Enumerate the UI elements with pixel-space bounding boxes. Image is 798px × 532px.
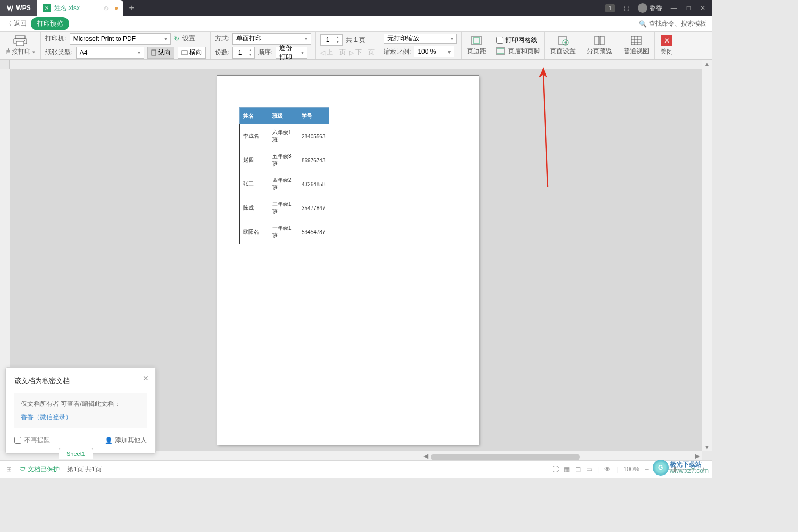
zoom-out-button[interactable]: − [645, 466, 649, 473]
margins-icon [471, 35, 483, 46]
popup-body-text: 仅文档所有者 可查看/编辑此文档： [21, 400, 140, 409]
header-footer-button[interactable]: 页眉和页脚 [496, 47, 540, 56]
next-page-button[interactable]: ▷下一页 [349, 48, 375, 57]
user-profile[interactable]: 香香 [638, 3, 662, 13]
layout-view-icon[interactable]: ◫ [575, 466, 581, 473]
close-preview-icon[interactable]: ✕ [661, 35, 672, 46]
svg-rect-11 [559, 36, 566, 45]
portrait-button[interactable]: 纵向 [147, 47, 174, 59]
ruler-corner [0, 60, 10, 69]
nav-bar: 〈 返回 打印预览 🔍 查找命令、搜索模板 [0, 16, 712, 32]
paper-select[interactable]: A4▾ [76, 47, 144, 59]
scale-select[interactable]: 无打印缩放▾ [384, 34, 457, 44]
svg-rect-15 [631, 36, 641, 45]
mode-select[interactable]: 单面打印▾ [232, 33, 311, 45]
eye-icon[interactable]: 👁 [604, 466, 611, 473]
page-preview: 姓名班级学号 李成名六年级1班28405563赵四五年级3班86976743张三… [217, 76, 479, 445]
page-input[interactable] [321, 36, 335, 44]
table-row: 赵四五年级3班86976743 [240, 148, 329, 172]
add-others-button[interactable]: 👤添加其他人 [105, 436, 147, 445]
printer-select[interactable]: Microsoft Print to PDF▾ [70, 33, 171, 45]
table-cell: 六年级1班 [269, 124, 298, 148]
status-app-icon[interactable]: ⊞ [6, 466, 12, 473]
table-cell: 三年级1班 [269, 196, 298, 220]
zoom-label[interactable]: 100% [623, 466, 639, 473]
spreadsheet-icon: S [43, 4, 51, 12]
copies-input[interactable] [233, 49, 247, 56]
tab-actions: ⎋ ● [104, 4, 118, 12]
title-bar: WPS S 姓名.xlsx ⎋ ● + 1 ⬚ 香香 — □ ✕ [0, 0, 712, 16]
print-preview-pill[interactable]: 打印预览 [31, 17, 69, 30]
table-cell: 35477847 [298, 196, 329, 220]
spin-up-icon[interactable]: ▲ [335, 35, 340, 40]
minimize-button[interactable]: — [671, 4, 677, 12]
page-break-icon [594, 35, 605, 46]
search-commands[interactable]: 🔍 查找命令、搜索模板 [639, 19, 706, 28]
horizontal-ruler [10, 60, 702, 69]
popup-owner-link[interactable]: 香香（微信登录） [21, 413, 140, 422]
table-cell: 欧阳名 [240, 220, 269, 244]
notification-badge[interactable]: 1 [605, 4, 615, 12]
vertical-scrollbar[interactable]: ▲ ▼ [702, 60, 712, 451]
settings-label[interactable]: 设置 [182, 34, 195, 43]
spin-down-icon[interactable]: ▼ [247, 53, 253, 57]
new-tab-button[interactable]: + [123, 0, 139, 16]
spin-up-icon[interactable]: ▲ [247, 48, 253, 53]
spin-down-icon[interactable]: ▼ [335, 40, 340, 45]
scroll-up-icon[interactable]: ▲ [702, 60, 712, 68]
no-remind-checkbox[interactable]: 不再提醒 [14, 436, 50, 445]
ribbon-toolbar: 直接打印 ▾ 打印机: Microsoft Print to PDF▾ ↻ 设置… [0, 32, 712, 60]
scroll-down-icon[interactable]: ▼ [702, 443, 712, 451]
scroll-track[interactable] [431, 453, 692, 459]
gift-icon[interactable]: ⬚ [624, 4, 629, 12]
table-cell: 张三 [240, 172, 269, 196]
window-controls: — □ ✕ [671, 4, 705, 12]
close-group[interactable]: ✕ 关闭 [655, 32, 678, 59]
page-spinner[interactable]: ▲▼ [320, 34, 343, 46]
wps-label: WPS [16, 4, 30, 12]
table-row: 欧阳名一年级1班53454787 [240, 220, 329, 244]
search-icon: 🔍 [639, 20, 647, 28]
copies-spinner[interactable]: ▲▼ [232, 47, 255, 59]
search-label: 查找命令、搜索模板 [649, 19, 706, 28]
ratio-select[interactable]: 100 %▾ [414, 46, 454, 57]
popup-close-button[interactable]: ✕ [143, 374, 149, 383]
page-setup-group[interactable]: 页面设置 [545, 32, 581, 59]
direct-print-label[interactable]: 直接打印 ▾ [5, 47, 35, 56]
sheet-tab[interactable]: Sheet1 [59, 448, 93, 459]
svg-rect-5 [182, 51, 187, 55]
scroll-right-icon[interactable]: ▶ [693, 452, 701, 460]
table-row: 张三四年级2班43264858 [240, 172, 329, 196]
gridlines-checkbox[interactable]: 打印网格线 [496, 36, 537, 45]
close-window-button[interactable]: ✕ [700, 4, 705, 12]
document-tab[interactable]: S 姓名.xlsx ⎋ ● [37, 0, 123, 16]
doc-protected-badge[interactable]: 🛡文档已保护 [19, 465, 60, 474]
settings-icon[interactable]: ↻ [174, 35, 179, 43]
maximize-button[interactable]: □ [687, 4, 691, 12]
normal-view-group[interactable]: 普通视图 [618, 32, 655, 59]
scroll-thumb[interactable] [431, 454, 580, 460]
popup-footer: 不再提醒 👤添加其他人 [14, 436, 147, 445]
paper-label: 纸张类型: [45, 48, 72, 57]
order-label: 顺序: [258, 48, 272, 57]
printer-icon[interactable] [12, 35, 28, 46]
wps-logo[interactable]: WPS [0, 0, 37, 16]
page-break-group[interactable]: 分页预览 [581, 32, 618, 59]
popup-title: 该文档为私密文档 [14, 376, 147, 386]
page-nav-group: ▲▼ 共 1 页 ◁上一页 ▷下一页 [316, 32, 379, 59]
fullscreen-icon[interactable]: ⛶ [552, 466, 559, 473]
scroll-left-icon[interactable]: ◀ [421, 452, 430, 460]
reading-view-icon[interactable]: ▭ [586, 466, 592, 473]
table-row: 李成名六年级1班28405563 [240, 124, 329, 148]
grid-view-icon[interactable]: ▦ [564, 466, 570, 473]
margins-group[interactable]: 页边距 [462, 32, 492, 59]
ratio-label: 缩放比例: [384, 47, 411, 56]
status-bar: ⊞ 🛡文档已保护 第1页 共1页 ⛶ ▦ ◫ ▭ | 👁 | 100% − + [0, 460, 712, 478]
back-button[interactable]: 〈 返回 [5, 19, 27, 28]
prev-page-button[interactable]: ◁上一页 [320, 48, 346, 57]
arrow-left-icon: ◁ [320, 49, 325, 56]
tab-pin-icon[interactable]: ⎋ [104, 4, 108, 12]
order-select[interactable]: 逐份打印▾ [276, 47, 307, 59]
svg-rect-0 [15, 36, 25, 39]
landscape-button[interactable]: 横向 [178, 47, 206, 59]
